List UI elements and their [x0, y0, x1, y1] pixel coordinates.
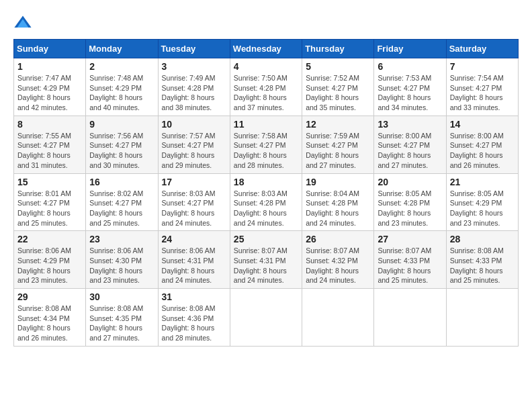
sunset-text: Sunset: 4:27 PM [162, 199, 214, 207]
sunset-text: Sunset: 4:29 PM [17, 84, 70, 92]
sunset-text: Sunset: 4:27 PM [89, 141, 142, 149]
day-info: Sunrise: 8:06 AM Sunset: 4:29 PM Dayligh… [17, 246, 82, 285]
sunset-text: Sunset: 4:28 PM [306, 199, 358, 207]
day-info: Sunrise: 7:57 AM Sunset: 4:27 PM Dayligh… [162, 131, 226, 171]
calendar-cell: 26 Sunrise: 8:07 AM Sunset: 4:32 PM Dayl… [302, 231, 374, 289]
day-number: 22 [17, 234, 82, 244]
day-info: Sunrise: 8:05 AM Sunset: 4:28 PM Dayligh… [378, 189, 442, 228]
sunrise-text: Sunrise: 7:59 AM [306, 132, 359, 140]
day-info: Sunrise: 8:07 AM Sunset: 4:31 PM Dayligh… [234, 246, 298, 285]
sunset-text: Sunset: 4:27 PM [17, 199, 70, 207]
daylight-text: Daylight: 8 hours and 35 minutes. [306, 93, 359, 111]
day-info: Sunrise: 8:08 AM Sunset: 4:35 PM Dayligh… [89, 304, 154, 343]
daylight-text: Daylight: 8 hours and 26 minutes. [17, 324, 71, 342]
calendar-cell: 1 Sunrise: 7:47 AM Sunset: 4:29 PM Dayli… [14, 58, 86, 116]
page-header [13, 13, 519, 32]
day-info: Sunrise: 8:08 AM Sunset: 4:33 PM Dayligh… [450, 246, 515, 285]
daylight-text: Daylight: 8 hours and 24 minutes. [162, 209, 215, 227]
calendar-body: 1 Sunrise: 7:47 AM Sunset: 4:29 PM Dayli… [14, 58, 519, 347]
day-info: Sunrise: 8:00 AM Sunset: 4:27 PM Dayligh… [450, 131, 515, 171]
day-info: Sunrise: 8:04 AM Sunset: 4:28 PM Dayligh… [306, 189, 370, 228]
calendar-cell: 31 Sunrise: 8:08 AM Sunset: 4:36 PM Dayl… [158, 289, 230, 347]
sunset-text: Sunset: 4:27 PM [234, 141, 286, 149]
sunrise-text: Sunrise: 8:06 AM [89, 246, 143, 255]
day-number: 30 [89, 291, 154, 302]
logo [13, 13, 34, 32]
calendar-week-0: 1 Sunrise: 7:47 AM Sunset: 4:29 PM Dayli… [14, 58, 519, 116]
calendar-cell: 24 Sunrise: 8:06 AM Sunset: 4:31 PM Dayl… [158, 231, 230, 289]
sunrise-text: Sunrise: 7:48 AM [89, 74, 143, 82]
day-number: 4 [234, 61, 298, 72]
daylight-text: Daylight: 8 hours and 23 minutes. [17, 267, 71, 285]
calendar-cell: 27 Sunrise: 8:07 AM Sunset: 4:33 PM Dayl… [374, 231, 446, 289]
calendar-cell: 12 Sunrise: 7:59 AM Sunset: 4:27 PM Dayl… [302, 116, 374, 173]
day-number: 20 [378, 177, 442, 187]
day-number: 8 [17, 119, 82, 130]
day-number: 7 [450, 61, 515, 72]
day-number: 2 [89, 61, 154, 72]
daylight-text: Daylight: 8 hours and 27 minutes. [378, 151, 431, 169]
sunrise-text: Sunrise: 8:03 AM [234, 189, 287, 197]
daylight-text: Daylight: 8 hours and 23 minutes. [450, 209, 503, 227]
sunset-text: Sunset: 4:33 PM [450, 257, 502, 265]
calendar-cell: 16 Sunrise: 8:02 AM Sunset: 4:27 PM Dayl… [86, 173, 158, 231]
sunrise-text: Sunrise: 7:50 AM [234, 74, 287, 82]
daylight-text: Daylight: 8 hours and 23 minutes. [378, 209, 431, 227]
day-number: 17 [162, 177, 226, 187]
calendar-cell: 17 Sunrise: 8:03 AM Sunset: 4:27 PM Dayl… [158, 173, 230, 231]
weekday-header-friday: Friday [374, 40, 446, 58]
sunset-text: Sunset: 4:29 PM [89, 84, 142, 92]
daylight-text: Daylight: 8 hours and 25 minutes. [89, 209, 142, 227]
daylight-text: Daylight: 8 hours and 29 minutes. [162, 151, 215, 169]
sunset-text: Sunset: 4:27 PM [378, 84, 430, 92]
sunset-text: Sunset: 4:31 PM [162, 257, 214, 265]
sunset-text: Sunset: 4:27 PM [17, 141, 70, 149]
sunset-text: Sunset: 4:33 PM [378, 257, 430, 265]
sunset-text: Sunset: 4:32 PM [306, 257, 358, 265]
day-number: 28 [450, 234, 515, 244]
sunrise-text: Sunrise: 8:05 AM [450, 189, 504, 197]
day-info: Sunrise: 7:55 AM Sunset: 4:27 PM Dayligh… [17, 131, 82, 171]
day-number: 5 [306, 61, 370, 72]
sunset-text: Sunset: 4:36 PM [162, 314, 214, 322]
day-number: 10 [162, 119, 226, 130]
calendar-table: SundayMondayTuesdayWednesdayThursdayFrid… [13, 39, 519, 347]
calendar-cell: 23 Sunrise: 8:06 AM Sunset: 4:30 PM Dayl… [86, 231, 158, 289]
sunset-text: Sunset: 4:27 PM [306, 141, 358, 149]
sunset-text: Sunset: 4:29 PM [450, 199, 502, 207]
daylight-text: Daylight: 8 hours and 42 minutes. [17, 93, 71, 111]
sunset-text: Sunset: 4:34 PM [17, 314, 70, 322]
calendar-cell: 4 Sunrise: 7:50 AM Sunset: 4:28 PM Dayli… [230, 58, 302, 116]
day-number: 14 [450, 119, 515, 130]
daylight-text: Daylight: 8 hours and 24 minutes. [306, 267, 359, 285]
sunrise-text: Sunrise: 8:08 AM [162, 304, 216, 312]
calendar-cell: 28 Sunrise: 8:08 AM Sunset: 4:33 PM Dayl… [446, 231, 518, 289]
day-info: Sunrise: 7:48 AM Sunset: 4:29 PM Dayligh… [89, 73, 154, 113]
sunset-text: Sunset: 4:31 PM [234, 257, 286, 265]
day-info: Sunrise: 8:08 AM Sunset: 4:34 PM Dayligh… [17, 304, 82, 343]
day-number: 15 [17, 177, 82, 187]
sunset-text: Sunset: 4:29 PM [17, 257, 70, 265]
weekday-header-sunday: Sunday [14, 40, 86, 58]
daylight-text: Daylight: 8 hours and 31 minutes. [17, 151, 71, 169]
calendar-cell: 19 Sunrise: 8:04 AM Sunset: 4:28 PM Dayl… [302, 173, 374, 231]
day-info: Sunrise: 8:08 AM Sunset: 4:36 PM Dayligh… [162, 304, 226, 343]
sunrise-text: Sunrise: 8:04 AM [306, 189, 359, 197]
sunrise-text: Sunrise: 8:07 AM [378, 246, 431, 255]
day-info: Sunrise: 8:00 AM Sunset: 4:27 PM Dayligh… [378, 131, 442, 171]
sunset-text: Sunset: 4:30 PM [89, 257, 142, 265]
day-number: 9 [89, 119, 154, 130]
sunrise-text: Sunrise: 8:08 AM [89, 304, 143, 312]
day-number: 12 [306, 119, 370, 130]
sunset-text: Sunset: 4:27 PM [450, 141, 502, 149]
day-number: 13 [378, 119, 442, 130]
calendar-cell: 11 Sunrise: 7:58 AM Sunset: 4:27 PM Dayl… [230, 116, 302, 173]
day-number: 16 [89, 177, 154, 187]
day-info: Sunrise: 7:53 AM Sunset: 4:27 PM Dayligh… [378, 73, 442, 113]
day-number: 3 [162, 61, 226, 72]
daylight-text: Daylight: 8 hours and 26 minutes. [450, 151, 503, 169]
calendar-cell: 21 Sunrise: 8:05 AM Sunset: 4:29 PM Dayl… [446, 173, 518, 231]
calendar-cell: 3 Sunrise: 7:49 AM Sunset: 4:28 PM Dayli… [158, 58, 230, 116]
daylight-text: Daylight: 8 hours and 23 minutes. [89, 267, 142, 285]
day-number: 11 [234, 119, 298, 130]
